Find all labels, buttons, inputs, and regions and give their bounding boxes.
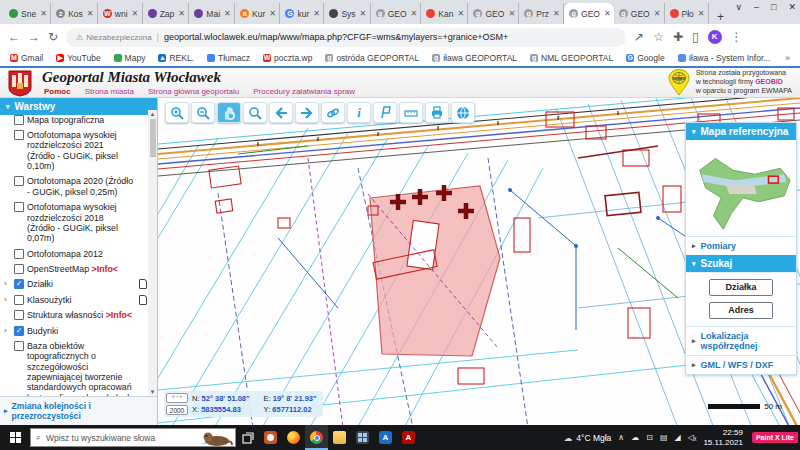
dzialka-button[interactable]: Działka — [709, 279, 773, 296]
layer-checkbox[interactable] — [14, 115, 24, 125]
layer-checkbox[interactable]: ✓ — [14, 279, 24, 289]
link-button[interactable] — [321, 102, 345, 123]
bookmark-item[interactable]: Mapy — [114, 53, 146, 63]
zoom-out-button[interactable] — [191, 102, 215, 123]
browser-tab[interactable]: Kan ✕ — [421, 3, 468, 24]
degrees-format-button[interactable]: ° ' " — [166, 393, 188, 403]
menu-strona-glowna[interactable]: Strona główna geoportalu — [148, 87, 239, 96]
browser-tab[interactable]: Sne ✕ — [4, 3, 51, 24]
layer-list-scrollbar[interactable]: ▲ ▼ — [148, 110, 157, 396]
layer-info-link[interactable]: >Info< — [92, 264, 118, 274]
browser-tab[interactable]: Mai ✕ — [189, 3, 235, 24]
taskbar-search-input[interactable]: ⌕ Wpisz tu wyszukiwane słowa — [30, 428, 236, 447]
tab-close-icon[interactable]: ✕ — [178, 9, 185, 18]
minimize-button[interactable]: – — [754, 2, 759, 12]
zoom-in-button[interactable] — [165, 102, 189, 123]
bookmark-item[interactable]: g NML GEOPORTAL — [530, 53, 613, 63]
scroll-up-icon[interactable]: ▲ — [148, 111, 157, 117]
select-area-button[interactable] — [373, 102, 397, 123]
bookmark-item[interactable]: M Gmail — [10, 53, 43, 63]
browser-tab[interactable]: g GEO ✕ — [468, 3, 519, 24]
bookmarks-overflow-icon[interactable]: » — [785, 53, 790, 63]
url-input[interactable]: ⚠Niezabezpieczona | geoportal.wloclawek.… — [66, 28, 626, 47]
browser-tab[interactable]: g GEO ✕ — [614, 3, 665, 24]
tab-search-icon[interactable]: ∨ — [735, 2, 742, 12]
layer-checkbox[interactable]: ✓ — [14, 326, 24, 336]
layer-checkbox[interactable] — [14, 264, 24, 274]
section-lokalizacja[interactable]: ▸Lokalizacja współrzędnej — [686, 326, 796, 355]
search-highlight-image[interactable] — [199, 430, 233, 446]
bookmark-item[interactable]: ▲ REKL. — [158, 53, 194, 63]
share-icon[interactable]: ↗ — [634, 30, 644, 44]
weather-widget[interactable]: ☁ 4°C Mgła — [564, 433, 612, 443]
browser-tab[interactable]: g GEO ✕ — [564, 3, 614, 24]
taskbar-clock[interactable]: 22:59 15.11.2021 — [703, 428, 742, 447]
calculator-app-icon[interactable] — [351, 425, 374, 450]
tab-close-icon[interactable]: ✕ — [224, 9, 231, 18]
menu-pomoc[interactable]: Pomoc — [44, 87, 71, 96]
layer-checkbox[interactable] — [14, 341, 24, 351]
bookmark-item[interactable]: G Google — [626, 53, 664, 63]
tray-expand-icon[interactable]: ∧ — [618, 433, 624, 442]
scroll-down-icon[interactable]: ▼ — [148, 389, 157, 395]
browser-tab[interactable]: W wni ✕ — [98, 3, 143, 24]
extensions-icon[interactable]: ✚ — [673, 30, 683, 44]
back-icon[interactable]: ← — [8, 30, 20, 44]
next-view-button[interactable] — [295, 102, 319, 123]
tab-close-icon[interactable]: ✕ — [40, 9, 47, 18]
pan-tool-button[interactable] — [217, 102, 241, 123]
overview-globe-button[interactable] — [451, 102, 475, 123]
browser-tab[interactable]: g Prz ✕ — [519, 3, 564, 24]
firefox-app-icon[interactable] — [282, 425, 305, 450]
tab-close-icon[interactable]: ✕ — [132, 9, 139, 18]
expand-icon[interactable]: › — [4, 295, 11, 304]
layer-checkbox[interactable] — [14, 176, 24, 186]
file-explorer-icon[interactable] — [328, 425, 351, 450]
layer-checkbox[interactable] — [14, 130, 24, 140]
browser-tab[interactable]: g GEO ✕ — [371, 3, 422, 24]
browser-tab[interactable]: z Kos ✕ — [51, 3, 98, 24]
browser-tab[interactable]: a Kur ✕ — [235, 3, 280, 24]
bookmark-item[interactable]: g iława GEOPORTAL — [432, 53, 517, 63]
reload-icon[interactable]: ↻ — [48, 30, 58, 44]
bookmark-item[interactable]: g ostróda GEOPORTAL — [325, 53, 419, 63]
info-button[interactable]: i — [347, 102, 371, 123]
bookmark-item[interactable]: Iława - System Infor... — [678, 53, 771, 63]
epsg2000-format-button[interactable]: 2000 — [166, 405, 188, 415]
not-secure-warning[interactable]: ⚠Niezabezpieczona — [76, 33, 152, 42]
tab-close-icon[interactable]: ✕ — [313, 9, 320, 18]
layer-info-link[interactable]: >Info< — [106, 310, 132, 320]
section-mapa-referencyjna[interactable]: ▾Mapa referencyjna — [686, 123, 796, 140]
side-panel-icon[interactable]: ▯ — [692, 30, 699, 44]
measure-button[interactable] — [399, 102, 423, 123]
menu-procedury[interactable]: Procedury załatwiania spraw — [253, 87, 355, 96]
scrollbar-thumb[interactable] — [150, 119, 156, 157]
section-szukaj[interactable]: ▾Szukaj — [686, 255, 796, 272]
chrome-app-icon[interactable] — [305, 425, 328, 450]
paint3d-app-icon[interactable] — [259, 425, 282, 450]
network-icon[interactable]: ◢ — [674, 433, 680, 442]
tab-close-icon[interactable]: ✕ — [411, 9, 418, 18]
forward-icon[interactable]: → — [28, 30, 40, 44]
previous-view-button[interactable] — [269, 102, 293, 123]
bookmark-item[interactable]: Tłumacz — [207, 53, 250, 63]
layer-checkbox[interactable] — [14, 249, 24, 259]
layer-checkbox[interactable] — [14, 202, 24, 212]
volume-muted-icon[interactable]: ◁ₓ — [688, 433, 697, 442]
layer-checkbox[interactable] — [14, 295, 24, 305]
bookmark-star-icon[interactable]: ☆ — [653, 30, 664, 44]
acrobat-app-icon[interactable]: A — [397, 425, 420, 450]
bookmark-item[interactable]: ▶ YouTube — [56, 53, 100, 63]
tab-close-icon[interactable]: ✕ — [698, 9, 705, 18]
expand-icon[interactable]: › — [4, 326, 11, 335]
onedrive-icon[interactable]: ☁ — [631, 433, 639, 442]
browser-tab[interactable]: Pło ✕ — [665, 3, 709, 24]
tab-close-icon[interactable]: ✕ — [508, 9, 515, 18]
tab-close-icon[interactable]: ✕ — [269, 9, 276, 18]
browser-tab[interactable]: G kur ✕ — [280, 3, 324, 24]
writer-app-icon[interactable]: A — [374, 425, 397, 450]
tab-close-icon[interactable]: ✕ — [87, 9, 94, 18]
profile-avatar[interactable]: K — [708, 30, 722, 44]
browser-tab[interactable]: Sys ✕ — [324, 3, 370, 24]
menu-strona-miasta[interactable]: Strona miasta — [85, 87, 134, 96]
